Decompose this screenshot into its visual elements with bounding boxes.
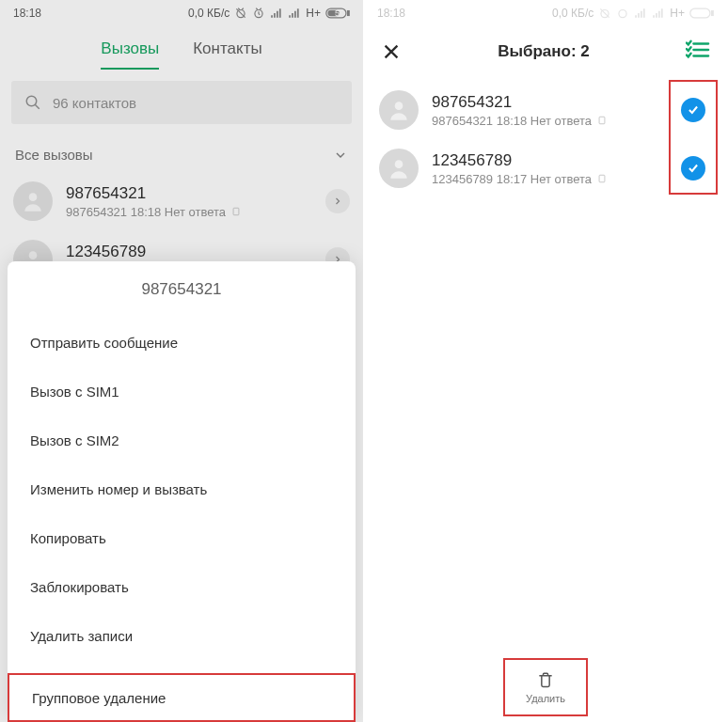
sheet-block[interactable]: Заблокировать <box>8 562 356 611</box>
select-subtext: 123456789 18:17 Нет ответа <box>432 172 661 186</box>
select-subtext: 987654321 18:18 Нет ответа <box>432 114 661 128</box>
sheet-copy[interactable]: Копировать <box>8 513 356 562</box>
tab-contacts[interactable]: Контакты <box>193 39 261 58</box>
status-time: 18:18 <box>13 7 41 20</box>
call-subtext: 987654321 18:18 Нет ответа <box>66 205 312 219</box>
svg-rect-13 <box>712 11 714 16</box>
chevron-right-icon <box>332 196 343 207</box>
search-icon <box>24 94 41 111</box>
call-number: 123456789 <box>66 243 312 261</box>
status-bar-left: 18:18 0,0 КБ/с H+ 58 <box>0 0 363 26</box>
svg-point-8 <box>29 251 38 259</box>
status-indicators: 0,0 КБ/с H+ 58 <box>188 7 350 20</box>
avatar <box>13 181 53 221</box>
signal-icon <box>270 7 283 20</box>
svg-point-16 <box>395 160 404 168</box>
close-icon <box>381 41 402 62</box>
sim-icon <box>597 173 607 184</box>
svg-rect-12 <box>690 8 710 18</box>
status-time: 18:18 <box>377 7 405 20</box>
svg-point-14 <box>395 102 404 110</box>
row-info-button[interactable] <box>325 189 350 213</box>
tab-bar: Вызовы Контакты <box>0 26 363 75</box>
alarm-icon <box>252 7 265 20</box>
svg-point-11 <box>619 10 626 18</box>
status-indicators: 0,0 КБ/с H+ <box>552 7 714 20</box>
search-input[interactable]: 96 контактов <box>11 81 352 124</box>
tab-calls[interactable]: Вызовы <box>101 39 159 58</box>
delete-button[interactable]: Удалить <box>503 658 588 716</box>
sheet-edit-and-call[interactable]: Изменить номер и вызвать <box>8 464 356 513</box>
sim-icon <box>597 115 607 126</box>
svg-rect-7 <box>233 208 239 215</box>
call-row[interactable]: 987654321 987654321 18:18 Нет ответа <box>0 172 363 230</box>
checklist-icon <box>686 39 710 60</box>
alarm-off-icon <box>234 7 247 20</box>
sheet-group-delete[interactable]: Групповое удаление <box>8 673 356 722</box>
sim-icon <box>231 206 241 217</box>
svg-point-5 <box>26 96 37 106</box>
svg-point-6 <box>29 193 38 201</box>
chevron-down-icon <box>333 148 348 163</box>
annotation-highlight-checks <box>669 80 718 195</box>
signal-icon-2 <box>288 7 301 20</box>
sheet-delete-records[interactable]: Удалить записи <box>8 611 356 660</box>
call-number: 987654321 <box>66 184 312 203</box>
sheet-send-message[interactable]: Отправить сообщение <box>8 318 356 367</box>
search-placeholder: 96 контактов <box>53 95 136 111</box>
select-all-button[interactable] <box>686 39 710 64</box>
context-sheet: 987654321 Отправить сообщение Вызов с SI… <box>8 261 356 722</box>
status-bar-right: 18:18 0,0 КБ/с H+ <box>364 0 727 26</box>
svg-rect-15 <box>599 117 605 124</box>
selection-bar: Выбрано: 2 <box>364 26 727 81</box>
selection-title: Выбрано: 2 <box>498 42 590 61</box>
avatar <box>379 149 419 188</box>
sheet-title: 987654321 <box>8 261 356 318</box>
close-button[interactable] <box>381 41 402 62</box>
select-number: 123456789 <box>432 151 661 170</box>
sheet-call-sim2[interactable]: Вызов с SIM2 <box>8 416 356 464</box>
select-number: 987654321 <box>432 93 661 112</box>
svg-rect-3 <box>348 11 350 16</box>
svg-rect-17 <box>599 175 605 182</box>
trash-icon <box>536 670 555 689</box>
filter-row[interactable]: Все вызовы <box>0 137 363 172</box>
sheet-call-sim1[interactable]: Вызов с SIM1 <box>8 367 356 416</box>
avatar <box>379 90 419 130</box>
filter-label: Все вызовы <box>15 147 93 163</box>
delete-label: Удалить <box>526 693 565 704</box>
